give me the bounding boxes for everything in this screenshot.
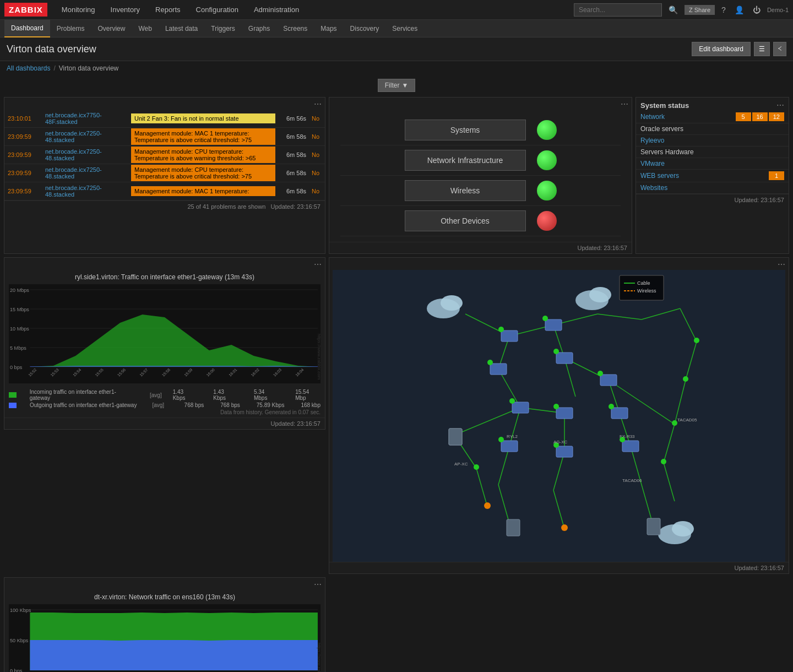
prob-ack: No — [308, 113, 325, 124]
svg-text:0 bps: 0 bps — [10, 365, 23, 370]
search-icon[interactable]: 🔍 — [666, 3, 680, 17]
filter-bar: Filter ▼ — [0, 75, 793, 93]
host-label-other-devices[interactable]: Other Devices — [405, 210, 526, 231]
svg-text:50 Kbps: 50 Kbps — [10, 638, 29, 643]
tab-discovery[interactable]: Discovery — [344, 20, 386, 37]
zshare-button[interactable]: Z Share — [685, 5, 715, 15]
svg-text:16:01: 16:01 — [228, 367, 238, 377]
tab-screens[interactable]: Screens — [276, 20, 314, 37]
svg-point-82 — [498, 437, 504, 442]
prob-host[interactable]: net.brocade.icx7250-48.stacked — [43, 164, 131, 182]
system-status-widget: System status ⋯ Network 5 16 12 Oracle s… — [636, 97, 789, 254]
status-name-servers-hardware[interactable]: Servers Hardware — [640, 148, 784, 156]
graph2-menu-icon[interactable]: ⋯ — [314, 580, 322, 589]
tab-overview[interactable]: Overview — [91, 20, 132, 37]
prob-host[interactable]: net.brocade.icx7250-48.stacked — [43, 182, 131, 200]
status-name-vmware[interactable]: VMware — [640, 160, 784, 167]
prob-duration: 6m 58s — [275, 131, 308, 142]
svg-text:15:56: 15:56 — [117, 367, 127, 377]
prob-ack: No — [308, 167, 325, 178]
host-label-network-infra[interactable]: Network Infrastructure — [405, 150, 526, 171]
svg-text:Cable: Cable — [637, 280, 650, 286]
svg-text:FX-R33: FX-R33 — [620, 434, 635, 439]
prob-time: 23:10:01 — [4, 113, 43, 124]
status-name-ryleevo[interactable]: Ryleevo — [640, 137, 784, 144]
status-name-websites[interactable]: Websites — [640, 184, 784, 192]
breadcrumb-home[interactable]: All dashboards — [7, 64, 50, 72]
graph1-incoming-label: Incoming traffic on interface ether1-gat… — [30, 389, 134, 401]
help-icon[interactable]: ? — [719, 3, 728, 17]
svg-text:16:03: 16:03 — [273, 367, 283, 377]
sys-status-menu-icon[interactable]: ⋯ — [776, 101, 784, 110]
prob-duration: 6m 58s — [275, 186, 308, 197]
host-label-wireless[interactable]: Wireless — [405, 180, 526, 201]
fullscreen-button[interactable]: ⧼ — [773, 42, 786, 56]
svg-text:10 Mbps: 10 Mbps — [10, 326, 29, 332]
legend-blue-icon — [9, 403, 17, 408]
nav-monitoring[interactable]: Monitoring — [54, 0, 103, 20]
host-label-systems[interactable]: Systems — [405, 120, 526, 140]
user-icon[interactable]: 👤 — [732, 3, 746, 17]
svg-point-80 — [553, 404, 559, 409]
svg-text:Wireless: Wireless — [637, 288, 656, 294]
tab-services[interactable]: Services — [385, 20, 424, 37]
third-row: ⋯ dt-xr.virton: Network traffic on ens16… — [0, 576, 793, 672]
prob-host[interactable]: net.brocade.icx7250-48.stacked — [43, 128, 131, 145]
g1-min-val: 1.43 Kbps — [213, 389, 237, 401]
g1-out-last: 768 bps — [184, 402, 204, 408]
hosts-menu-icon[interactable]: ⋯ — [621, 100, 628, 109]
tab-problems[interactable]: Problems — [50, 20, 91, 37]
prob-message: Unit 2 Fan 3: Fan is not in normal state — [131, 113, 275, 123]
g1-out-avg: 75.89 Kbps — [257, 402, 285, 408]
graph1-widget: ⋯ ryl.side1.virton: Traffic on interface… — [4, 257, 325, 430]
graph1-legend-row1: Incoming traffic on interface ether1-gat… — [9, 389, 321, 401]
filter-chevron-icon: ▼ — [401, 82, 408, 89]
nav-reports[interactable]: Reports — [148, 0, 188, 20]
tab-triggers[interactable]: Triggers — [204, 20, 242, 37]
status-row-vmware: VMware — [636, 158, 789, 170]
map-menu-icon[interactable]: ⋯ — [778, 260, 785, 269]
svg-point-79 — [509, 398, 515, 404]
tab-graphs[interactable]: Graphs — [242, 20, 276, 37]
status-name-web-servers[interactable]: WEB servers — [640, 172, 769, 180]
filter-button[interactable]: Filter ▼ — [378, 79, 416, 92]
status-row-websites: Websites — [636, 182, 789, 194]
svg-text:https://www.zabbix.com: https://www.zabbix.com — [317, 334, 321, 380]
svg-point-74 — [498, 327, 504, 332]
tab-web[interactable]: Web — [132, 20, 158, 37]
map-widget: ⋯ — [329, 257, 789, 574]
map-area[interactable]: AP-XC RYL2 AG-XC FX-R33 TACAD06 TACAD05 … — [333, 270, 785, 562]
status-name-network[interactable]: Network — [640, 113, 736, 121]
nav-configuration[interactable]: Configuration — [188, 0, 246, 20]
prob-host[interactable]: net.brocade.icx7750-48F.stacked — [43, 110, 131, 127]
tab-dashboard[interactable]: Dashboard — [4, 20, 50, 37]
list-view-button[interactable]: ☰ — [754, 42, 770, 56]
main-grid: ⋯ 23:10:01 net.brocade.icx7750-48F.stack… — [0, 93, 793, 256]
graph1-area: 20 Mbps 15 Mbps 10 Mbps 5 Mbps 0 bps 15:… — [9, 284, 321, 383]
prob-message: Management module: MAC 1 temperature: Te… — [131, 128, 275, 145]
tab-maps[interactable]: Maps — [314, 20, 343, 37]
tab-latest-data[interactable]: Latest data — [159, 20, 204, 37]
sys-status-header: System status ⋯ — [636, 97, 789, 111]
power-icon[interactable]: ⏻ — [751, 3, 763, 17]
nav-inventory[interactable]: Inventory — [103, 0, 148, 20]
svg-text:15:53: 15:53 — [50, 367, 60, 377]
status-name-oracle[interactable]: Oracle servers — [640, 125, 784, 133]
host-status-wireless — [537, 181, 557, 200]
host-rows: Systems Network Infrastructure Wireless … — [329, 110, 632, 242]
g1-max-val: 15.54 Mbp — [295, 389, 321, 401]
prob-host[interactable]: net.brocade.icx7250-48.stacked — [43, 146, 131, 164]
host-status-systems — [537, 120, 557, 140]
svg-text:15:58: 15:58 — [161, 367, 171, 377]
search-input[interactable] — [574, 3, 662, 17]
nav-administration[interactable]: Administration — [246, 0, 307, 20]
table-row: 23:09:59 net.brocade.icx7250-48.stacked … — [4, 182, 325, 200]
svg-marker-10 — [30, 315, 318, 367]
graph1-legend-row2: Outgoing traffic on interface ether1-gat… — [9, 402, 321, 408]
problems-menu-icon[interactable]: ⋯ — [314, 100, 322, 109]
edit-dashboard-button[interactable]: Edit dashboard — [692, 42, 751, 56]
svg-text:16:02: 16:02 — [250, 367, 260, 377]
graph2-title: dt-xr.virton: Network traffic on ens160 … — [4, 590, 325, 602]
svg-text:100 Kbps: 100 Kbps — [10, 608, 31, 613]
graph1-menu-icon[interactable]: ⋯ — [314, 260, 322, 269]
